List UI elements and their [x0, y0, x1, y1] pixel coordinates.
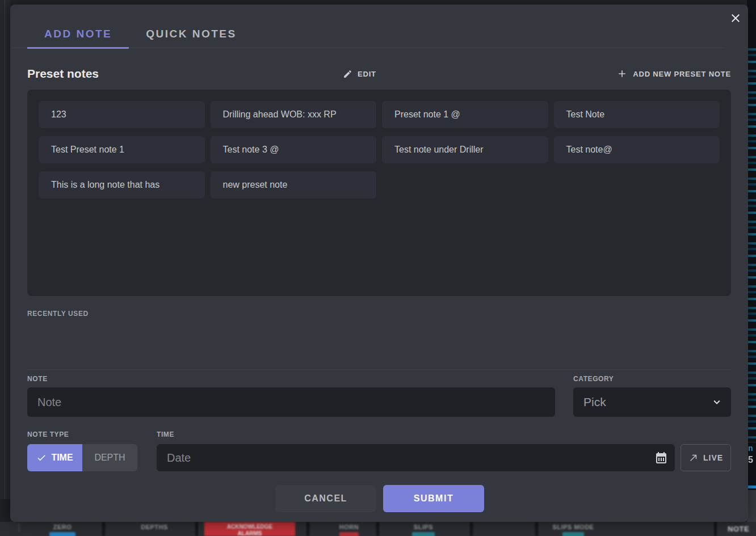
- status-blue-bar: [747, 486, 756, 488]
- preset-note-button[interactable]: This is a long note that has: [39, 171, 205, 199]
- preset-notes-title: Preset notes: [27, 67, 343, 81]
- preset-note-button[interactable]: Test note@: [554, 136, 720, 163]
- note-type-time-option[interactable]: TIME: [27, 444, 82, 471]
- check-icon: [36, 453, 47, 463]
- cutoff-text-fragment: 5: [748, 455, 753, 465]
- dialog-tabs: ADD NOTE QUICK NOTES: [10, 5, 725, 48]
- form-divider: [27, 369, 731, 370]
- app-background: n 5 ⋮ ZERO DEPTHS ACKNOWLEDGE ALARMS HOR…: [0, 0, 756, 536]
- zero-status-fragment: [49, 532, 75, 536]
- note-field-label: NOTE: [27, 375, 48, 383]
- preset-note-button[interactable]: 123: [39, 101, 205, 128]
- note-toolbar-button[interactable]: NOTE: [728, 525, 749, 533]
- toolbar-separator: [714, 522, 717, 536]
- cutoff-text-fragment: n: [748, 444, 753, 453]
- recently-used-label: RECENTLY USED: [27, 310, 89, 318]
- category-select[interactable]: Pick: [573, 387, 731, 417]
- acknowledge-alarms-button[interactable]: ACKNOWLEDGE ALARMS: [204, 522, 295, 536]
- chevron-down-icon: [711, 396, 723, 408]
- close-icon[interactable]: [726, 9, 745, 27]
- preset-note-button[interactable]: Preset note 1 @: [382, 101, 548, 128]
- preset-note-button[interactable]: Test Note: [554, 101, 720, 128]
- slips-mode-button[interactable]: SLIPS MODE: [545, 524, 602, 536]
- background-block: [747, 490, 756, 522]
- toolbar-separator: [470, 522, 473, 536]
- time-field-label: TIME: [157, 431, 174, 438]
- horn-button[interactable]: HORN: [329, 524, 369, 536]
- category-selected-value: Pick: [583, 395, 711, 409]
- add-note-dialog: ADD NOTE QUICK NOTES Preset notes EDIT A…: [10, 5, 748, 522]
- background-chart-strip: n 5: [747, 0, 756, 522]
- preset-note-button[interactable]: Drilling ahead WOB: xxx RP: [211, 101, 377, 128]
- note-type-toggle: TIME DEPTH: [27, 444, 137, 471]
- chart-rows-fragment: [747, 45, 756, 442]
- toolbar-overflow-dots[interactable]: ⋮: [15, 522, 23, 533]
- preset-note-button[interactable]: Test note 3 @: [211, 136, 377, 163]
- toolbar-separator: [102, 522, 105, 536]
- live-button[interactable]: LIVE: [681, 444, 731, 471]
- edit-presets-button[interactable]: EDIT: [343, 69, 376, 79]
- arrow-up-right-icon: [688, 453, 699, 463]
- preset-note-button[interactable]: Test note under Driller: [382, 136, 548, 163]
- note-type-depth-option[interactable]: DEPTH: [82, 444, 137, 471]
- preset-notes-header: Preset notes EDIT ADD NEW PRESET NOTE: [27, 61, 731, 86]
- toolbar-separator: [306, 522, 309, 536]
- add-new-preset-note-button[interactable]: ADD NEW PRESET NOTE: [616, 68, 731, 79]
- date-input[interactable]: [157, 444, 675, 471]
- preset-notes-panel: 123 Drilling ahead WOB: xxx RP Preset no…: [27, 90, 731, 296]
- tab-add-note[interactable]: ADD NOTE: [27, 28, 129, 49]
- submit-button[interactable]: SUBMIT: [383, 485, 484, 512]
- background-toolbar: ⋮ ZERO DEPTHS ACKNOWLEDGE ALARMS HORN SL…: [0, 522, 756, 536]
- horn-status-fragment: [339, 532, 359, 536]
- category-field-label: CATEGORY: [573, 375, 614, 383]
- zero-button[interactable]: ZERO: [43, 524, 82, 536]
- pencil-icon: [343, 69, 352, 79]
- background-divider: [5, 0, 5, 499]
- time-field: [157, 444, 675, 471]
- background-left-strip: [0, 0, 10, 522]
- depths-button[interactable]: DEPTHS: [126, 524, 183, 530]
- preset-note-button[interactable]: new preset note: [211, 171, 377, 199]
- note-type-field-label: NOTE TYPE: [27, 431, 69, 438]
- cancel-button[interactable]: CANCEL: [275, 485, 376, 512]
- slips-status-fragment: [412, 532, 435, 536]
- tab-quick-notes[interactable]: QUICK NOTES: [129, 28, 253, 49]
- slips-button[interactable]: SLIPS: [402, 524, 445, 536]
- preset-note-button[interactable]: Test Preset note 1: [39, 136, 205, 163]
- background-block: [0, 499, 10, 522]
- toolbar-separator: [376, 522, 379, 536]
- slips-mode-status-fragment: [562, 532, 584, 536]
- toolbar-separator: [535, 522, 538, 536]
- calendar-icon[interactable]: [654, 451, 668, 465]
- note-input[interactable]: [27, 387, 555, 417]
- toolbar-separator: [195, 522, 198, 536]
- plus-icon: [616, 68, 628, 79]
